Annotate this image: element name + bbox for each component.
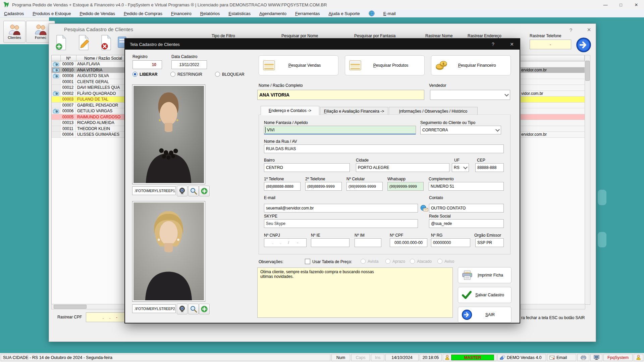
rua-field[interactable]: RUA DAS RUAS: [264, 144, 504, 153]
table-row-email-fragment[interactable]: vidor.com.br: [521, 91, 585, 97]
status-radio-restringir[interactable]: RESTRINGIR: [170, 72, 202, 77]
table-row-email-fragment[interactable]: [521, 61, 585, 67]
rg-field[interactable]: 00000000: [431, 238, 470, 247]
price-radio-aprazo[interactable]: Aprazo: [385, 259, 405, 264]
table-row[interactable]: 00006GETULIO VARGAS: [52, 108, 130, 114]
complemento-field[interactable]: NUMERO 51: [429, 182, 504, 191]
dialog-help-button[interactable]: ?: [489, 40, 497, 48]
photo2-webcam-button[interactable]: [177, 304, 187, 314]
whatsapp-field[interactable]: (99)99999-9999: [387, 182, 424, 191]
search-window-help-button[interactable]: ?: [567, 26, 575, 34]
pesquisar-vendas-button[interactable]: Pesquisar Vendas: [259, 55, 338, 75]
table-row-email-fragment[interactable]: ervidor.com.br: [521, 132, 585, 138]
toolbar-clientes-button[interactable]: Clientes: [3, 21, 25, 43]
pesquisar-financeiro-button[interactable]: $ Pesquisar Financeiro: [431, 55, 511, 75]
header-name-column[interactable]: Nome / Razão Social: [76, 55, 130, 61]
table-row[interactable]: 00005RAIMUNDO CARDOSO: [52, 114, 130, 120]
grid-horizontal-scrollbar-right[interactable]: [521, 304, 585, 309]
nome-fantasia-field[interactable]: VIVI: [264, 126, 416, 134]
imprimir-ficha-button[interactable]: Imprimir Ficha: [458, 267, 512, 283]
table-row[interactable]: 00004ULISSES GUIMARAES: [52, 132, 130, 138]
vendedor-combobox[interactable]: [430, 90, 510, 100]
tel1-field[interactable]: (88)88888-8888: [264, 182, 301, 191]
table-row-email-fragment[interactable]: [521, 120, 585, 126]
usar-tabela-preco-checkbox[interactable]: [305, 259, 310, 264]
photo2-view-button[interactable]: [188, 304, 199, 314]
status-radio-bloquear[interactable]: BLOQUEAR: [215, 72, 245, 77]
sair-button[interactable]: SAIR: [458, 307, 512, 323]
menu-email[interactable]: E-mail: [383, 11, 396, 16]
dialog-close-button[interactable]: ✕: [507, 40, 516, 48]
trace-phone-input[interactable]: -: [530, 40, 571, 49]
globe-icon[interactable]: [369, 10, 375, 16]
photo1-view-button[interactable]: [188, 186, 199, 196]
tab-informacoes-historico[interactable]: Informações / Observações / Histórico: [389, 107, 478, 115]
menu-ferramentas[interactable]: Ferramentas: [295, 11, 320, 16]
menu-agendamento[interactable]: Agendamento: [259, 11, 286, 16]
cidade-field[interactable]: PORTO ALEGRE: [356, 163, 449, 172]
table-row[interactable]: 00008AUGUSTO SILVA: [52, 73, 130, 79]
pesquisar-produtos-button[interactable]: Pesquisar Produtos: [345, 55, 425, 75]
header-photo-column[interactable]: [52, 55, 61, 61]
observacoes-textarea[interactable]: Otima cliente, sempre esta fazendo compr…: [257, 267, 453, 318]
table-row[interactable]: 00009ANA FLAVIA: [52, 61, 130, 67]
salvar-cadastro-button[interactable]: Salvar Cadastro: [458, 287, 512, 303]
grid-vertical-scrollbar[interactable]: [585, 55, 590, 305]
table-row-email-fragment[interactable]: [521, 97, 585, 103]
bairro-field[interactable]: CENTRO: [264, 163, 350, 172]
tab-endereco-contatos[interactable]: Endereço e Contatos ->: [261, 106, 319, 115]
menu-cadastros[interactable]: Cadastros: [4, 11, 24, 16]
seguimento-combobox[interactable]: CORRETORA: [420, 126, 501, 134]
cep-field[interactable]: 88888-888: [475, 163, 504, 172]
tel2-field[interactable]: (88)88899-9999: [305, 182, 342, 191]
header-number-column[interactable]: Nº: [61, 55, 76, 61]
im-field[interactable]: [355, 238, 381, 247]
table-row-email-fragment[interactable]: [521, 103, 585, 109]
photo2-add-button[interactable]: [199, 304, 210, 314]
menu-financeiro[interactable]: Financeiro: [171, 11, 192, 16]
skype-field[interactable]: Seu Skype: [264, 219, 418, 228]
table-row-email-fragment[interactable]: [521, 114, 585, 120]
celular-field[interactable]: (99)99999-9999: [346, 182, 383, 191]
status-email[interactable]: Email: [547, 354, 576, 361]
delete-record-icon[interactable]: [100, 35, 112, 50]
menu-pedido-compras[interactable]: Pedido de Compras: [124, 11, 162, 16]
minimize-button[interactable]: —: [598, 0, 613, 10]
menu-estatisticas[interactable]: Estatisticas: [228, 11, 251, 16]
tab-filiacao-financeira[interactable]: Filiação e Avaliação Financeira ->: [320, 107, 388, 115]
price-radio-atacado[interactable]: Atacado: [410, 259, 432, 264]
table-row[interactable]: 00012DAVI MEIRELLES QUA: [52, 85, 130, 91]
rede-social-field[interactable]: @sua_rede: [429, 219, 504, 228]
price-radio-aviso[interactable]: Aviso: [437, 259, 454, 264]
table-row-email-fragment[interactable]: [521, 85, 585, 91]
data-cadastro-field[interactable]: 13/11/2022: [171, 60, 207, 69]
table-row-email-fragment[interactable]: ervidor.com.br: [521, 67, 585, 73]
email-field[interactable]: seuemail@servidor.com.br: [264, 204, 418, 213]
ie-field[interactable]: [311, 238, 350, 247]
photo1-webcam-button[interactable]: [177, 186, 187, 196]
orgao-emissor-field[interactable]: SSP PR: [475, 238, 504, 247]
status-user[interactable]: [634, 354, 643, 361]
menu-ajuda-suporte[interactable]: Ajuda e Suporte: [329, 11, 360, 16]
price-radio-avista[interactable]: Avista: [361, 259, 378, 264]
photo2-path-field[interactable]: .\FOTO\MERYLSTREEP2.JPG: [132, 304, 176, 313]
add-record-icon[interactable]: [55, 35, 67, 50]
table-row[interactable]: 00010ANA VITORIA: [52, 67, 130, 73]
table-row[interactable]: 00013RICARDO ALMEIDA: [52, 120, 130, 126]
send-email-button[interactable]: [420, 204, 429, 213]
cnpj-field[interactable]: . . / -: [264, 238, 307, 247]
table-row-email-fragment[interactable]: [521, 108, 585, 114]
grid-horizontal-scrollbar[interactable]: [51, 304, 130, 309]
menu-pedido-vendas[interactable]: Pedido de Vendas: [79, 11, 115, 16]
table-row[interactable]: 00007GABRIEL PENSADOR: [52, 103, 130, 109]
header-email-column[interactable]: [521, 55, 585, 61]
search-window-close-button[interactable]: ✕: [585, 26, 593, 34]
menu-produtos-estoque[interactable]: Produtos e Estoque: [33, 11, 71, 16]
photo1-path-field[interactable]: .\FOTO\MERYLSTREEP1.JPG: [132, 186, 176, 195]
photo1-add-button[interactable]: [199, 186, 210, 196]
table-row[interactable]: 00011THEODOR KLEIN: [52, 126, 130, 132]
table-row[interactable]: 00002FLÁVIO QUADRADO: [52, 91, 130, 97]
table-row[interactable]: 00001CLIENTE GERAL: [52, 79, 130, 85]
search-go-button[interactable]: [576, 37, 591, 53]
table-row-email-fragment[interactable]: [521, 126, 585, 132]
